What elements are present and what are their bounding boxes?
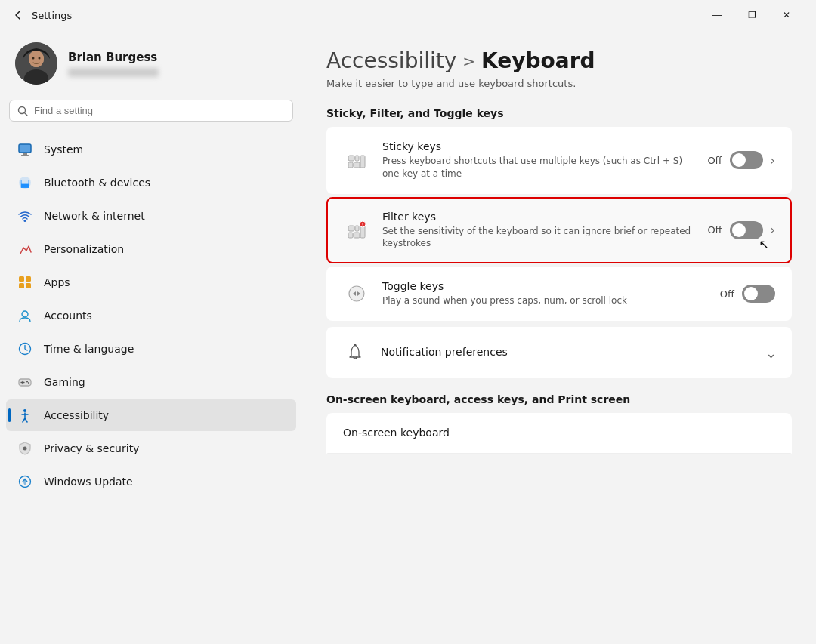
sidebar-item-gaming[interactable]: Gaming: [6, 366, 296, 398]
svg-point-13: [24, 220, 26, 222]
toggle-keys-toggle[interactable]: [742, 285, 775, 303]
sticky-filter-toggle-section: Sticky, Filter, and Toggle keys Sticky k…: [326, 107, 792, 321]
sidebar: Brian Burgess Syst: [0, 30, 302, 644]
notification-pref-text: Notification preferences: [381, 346, 753, 360]
notification-preferences-card[interactable]: Notification preferences ⌄: [326, 327, 792, 378]
toggle-keys-name: Toggle keys: [382, 280, 708, 292]
toggle-keys-controls: Off: [720, 285, 775, 303]
sticky-keys-text: Sticky keys Press keyboard shortcuts tha…: [382, 140, 695, 180]
toggle-keys-toggle-knob: [744, 287, 758, 300]
page-header: Accessibility > Keyboard: [326, 48, 792, 73]
sticky-keys-desc: Press keyboard shortcuts that use multip…: [382, 155, 695, 180]
sidebar-label-bluetooth: Bluetooth & devices: [44, 177, 150, 189]
close-button[interactable]: ✕: [769, 3, 804, 27]
svg-point-40: [349, 286, 364, 301]
apps-icon: [17, 274, 33, 291]
sidebar-item-system[interactable]: System: [6, 134, 296, 165]
personalization-icon: [17, 241, 33, 257]
svg-rect-8: [19, 144, 31, 153]
svg-rect-35: [348, 233, 353, 238]
time-icon: [17, 340, 33, 357]
svg-rect-28: [348, 156, 354, 161]
sidebar-label-network: Network & internet: [44, 210, 145, 222]
onscreen-keyboard-text: On-screen keyboard: [343, 427, 775, 441]
notification-icon: [342, 339, 369, 366]
search-input[interactable]: [34, 105, 285, 116]
onscreen-keyboard-card[interactable]: On-screen keyboard: [326, 413, 792, 454]
toggle-keys-desc: Play a sound when you press caps, num, o…: [382, 294, 708, 307]
svg-rect-36: [354, 233, 360, 238]
svg-point-4: [32, 57, 35, 60]
sidebar-item-time[interactable]: Time & language: [6, 333, 296, 365]
sidebar-label-gaming: Gaming: [44, 376, 85, 388]
sticky-keys-chevron: ›: [771, 153, 775, 168]
accounts-icon: [17, 307, 33, 324]
sidebar-label-time: Time & language: [44, 343, 134, 355]
search-icon: [17, 106, 28, 116]
maximize-button[interactable]: ❐: [734, 3, 769, 27]
sidebar-nav: System ⬓ Bluetooth & devices: [6, 134, 296, 499]
onscreen-keyboard-section: On-screen keyboard, access keys, and Pri…: [326, 393, 792, 454]
sticky-keys-toggle[interactable]: [730, 151, 763, 169]
sidebar-item-windows-update[interactable]: Windows Update: [6, 466, 296, 498]
update-icon: [17, 473, 33, 490]
section-title-sticky-filter: Sticky, Filter, and Toggle keys: [326, 107, 792, 119]
gaming-icon: [17, 374, 33, 390]
svg-rect-32: [360, 156, 365, 168]
cursor-indicator: ↖: [759, 237, 769, 251]
sidebar-item-network[interactable]: Network & internet: [6, 200, 296, 232]
svg-rect-34: [355, 226, 359, 231]
page-subtitle: Make it easier to type and use keyboard …: [326, 78, 792, 89]
breadcrumb-chevron: >: [462, 52, 475, 70]
user-email-blurred: [68, 68, 159, 77]
sidebar-item-personalization[interactable]: Personalization: [6, 233, 296, 265]
avatar: [15, 42, 57, 85]
sidebar-item-apps[interactable]: Apps: [6, 267, 296, 298]
app-title: Settings: [32, 10, 72, 21]
back-icon[interactable]: [12, 9, 24, 21]
user-name: Brian Burgess: [68, 51, 159, 64]
sidebar-item-bluetooth[interactable]: ⬓ Bluetooth & devices: [6, 167, 296, 199]
toggle-keys-text: Toggle keys Play a sound when you press …: [382, 280, 708, 307]
sidebar-label-windows-update: Windows Update: [44, 476, 133, 488]
system-icon: [17, 141, 33, 158]
svg-point-24: [28, 382, 29, 384]
user-profile[interactable]: Brian Burgess: [6, 30, 296, 100]
title-bar-left: Settings: [12, 9, 700, 21]
svg-point-18: [22, 311, 28, 317]
filter-keys-card[interactable]: ! Filter keys Set the sensitivity of the…: [326, 197, 792, 264]
privacy-icon: [17, 440, 33, 457]
notification-expand-chevron: ⌄: [765, 345, 777, 361]
filter-keys-chevron: ›: [771, 223, 775, 237]
avatar-image: [15, 42, 57, 85]
toggle-keys-status: Off: [720, 288, 734, 300]
breadcrumb-current: Keyboard: [481, 48, 595, 73]
sticky-keys-card[interactable]: Sticky keys Press keyboard shortcuts tha…: [326, 127, 792, 194]
filter-keys-toggle[interactable]: [730, 221, 763, 239]
filter-keys-name: Filter keys: [382, 211, 695, 223]
filter-keys-toggle-knob: [732, 223, 746, 237]
toggle-keys-card[interactable]: Toggle keys Play a sound when you press …: [326, 267, 792, 321]
svg-rect-31: [354, 162, 360, 168]
sidebar-label-privacy: Privacy & security: [44, 442, 139, 454]
filter-keys-desc: Set the sensitivity of the keyboard so i…: [382, 225, 695, 251]
svg-point-41: [354, 344, 357, 347]
section-title-onscreen: On-screen keyboard, access keys, and Pri…: [326, 393, 792, 405]
svg-text:!: !: [362, 222, 364, 227]
breadcrumb-parent[interactable]: Accessibility: [326, 48, 456, 73]
sticky-keys-toggle-knob: [732, 153, 746, 167]
sidebar-item-accessibility[interactable]: Accessibility: [6, 399, 296, 431]
svg-rect-16: [19, 283, 24, 288]
svg-rect-15: [26, 276, 31, 282]
svg-point-5: [39, 57, 41, 60]
search-box[interactable]: [9, 100, 293, 122]
svg-text:⬓: ⬓: [20, 177, 29, 189]
minimize-button[interactable]: —: [700, 3, 734, 27]
filter-keys-controls: Off ›: [707, 221, 775, 239]
svg-point-23: [26, 381, 28, 383]
filter-keys-text: Filter keys Set the sensitivity of the k…: [382, 211, 695, 251]
filter-keys-icon: !: [343, 217, 370, 244]
sidebar-item-privacy[interactable]: Privacy & security: [6, 433, 296, 464]
filter-keys-status: Off: [707, 224, 722, 236]
sidebar-item-accounts[interactable]: Accounts: [6, 300, 296, 331]
